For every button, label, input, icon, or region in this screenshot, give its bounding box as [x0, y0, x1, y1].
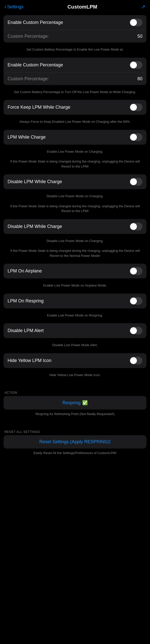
section-disable-lpm-while-charge-2: Disable LPM While Charge [4, 219, 146, 234]
reset-settings-button-label: Reset Settings (Apply RESPRING)! [39, 439, 111, 445]
label-lpm-on-respring: LPM On Respring [8, 298, 130, 304]
label-enable-custom-percentage-charging: Enable Custom Percentage [8, 62, 130, 68]
toggle-enable-custom-percentage-charging[interactable] [130, 61, 142, 69]
toggle-knob [130, 223, 137, 230]
toggle-knob [130, 104, 137, 111]
value-custom-percentage-charging: 80 [137, 76, 142, 82]
row-hide-yellow-lpm-icon: Hide Yellow LPM Icon [4, 353, 146, 368]
row-lpm-on-airplane: LPM On Airplane [4, 264, 146, 278]
row-custom-percentage-on: Custom Percentage: 50 [4, 30, 146, 43]
chevron-left-icon: ‹ [5, 4, 6, 10]
desc-enable-custom-percentage-charging: Set Custom Battery Percentage to Turn Of… [0, 88, 150, 98]
section-disable-lpm-while-charge-1: Disable LPM While Charge [4, 174, 146, 189]
desc-reset: Easily Reset All the Settings/Preference… [0, 449, 150, 459]
respring-button[interactable]: Respring ✅ [4, 396, 146, 410]
toggle-knob [130, 62, 137, 68]
label-disable-lpm-while-charge-1: Disable LPM While Charge [8, 179, 130, 184]
desc-lpm-on-respring: Enable Low Power Mode on Respring. [0, 311, 150, 321]
row-lpm-on-respring: LPM On Respring [4, 294, 146, 308]
label-lpm-on-airplane: LPM On Airplane [8, 268, 130, 274]
toggle-knob [130, 327, 137, 334]
section-lpm-on-respring: LPM On Respring [4, 294, 146, 308]
section-disable-lpm-alert: Disable LPM Alert [4, 323, 146, 338]
toggle-knob [130, 357, 137, 364]
section-enable-custom-percentage-charging: Enable Custom Percentage Custom Percenta… [4, 58, 146, 85]
toggle-lpm-on-respring[interactable] [130, 297, 142, 305]
row-custom-percentage-charging: Custom Percentage: 80 [4, 73, 146, 85]
desc-force-keep-lpm: Always Force to Keep Enabled Low Power M… [0, 117, 150, 127]
desc-disable-lpm-alert: Disable Low Power Mode Alert. [0, 341, 150, 351]
reset-section-label: RESET ALL SETTINGS [0, 426, 150, 435]
toggle-knob [130, 298, 137, 304]
header: ‹ Settings CustomLPM ↗ [0, 0, 150, 13]
desc-disable-lpm-while-charge-1a: Disable Low Power Mode on Charging. [0, 192, 150, 202]
section-force-keep-lpm: Force Keep LPM While Charge [4, 100, 146, 115]
toggle-knob [130, 19, 137, 26]
desc-enable-custom-percentage-on: Set Custom Battery Percentage to Enable … [0, 45, 150, 55]
desc-disable-lpm-while-charge-2b: If the Power Mode State is being changed… [0, 246, 150, 261]
respring-button-emoji: ✅ [82, 400, 88, 406]
row-force-keep-lpm: Force Keep LPM While Charge [4, 100, 146, 115]
toggle-force-keep-lpm[interactable] [130, 103, 142, 111]
respring-button-label: Respring [62, 400, 80, 406]
row-enable-custom-percentage-charging: Enable Custom Percentage [4, 58, 146, 73]
toggle-knob [130, 134, 137, 141]
reset-settings-button[interactable]: Reset Settings (Apply RESPRING)! [4, 435, 146, 449]
label-hide-yellow-lpm-icon: Hide Yellow LPM Icon [8, 358, 130, 363]
page-title: CustomLPM [67, 4, 97, 10]
row-disable-lpm-alert: Disable LPM Alert [4, 323, 146, 338]
label-force-keep-lpm: Force Keep LPM While Charge [8, 105, 130, 110]
label-disable-lpm-while-charge-2: Disable LPM While Charge [8, 224, 130, 229]
desc-respring: Respring for Refreshing Prefs (Not Reall… [0, 410, 150, 420]
label-lpm-while-charge: LPM While Charge [8, 135, 130, 140]
toggle-knob [130, 268, 137, 274]
desc-lpm-while-charge-2: If the Power Mode State is being changed… [0, 157, 150, 172]
desc-disable-lpm-while-charge-1b: If the Power Mode State is being changed… [0, 202, 150, 217]
label-disable-lpm-alert: Disable LPM Alert [8, 328, 130, 333]
share-icon[interactable]: ↗ [141, 4, 145, 10]
section-lpm-while-charge: LPM While Charge [4, 130, 146, 145]
toggle-enable-custom-percentage-on[interactable] [130, 19, 142, 26]
row-disable-lpm-while-charge-1: Disable LPM While Charge [4, 174, 146, 189]
value-custom-percentage-on: 50 [137, 34, 142, 39]
desc-lpm-while-charge-1: Enable Low Power Mode on Charging. [0, 147, 150, 157]
row-disable-lpm-while-charge-2: Disable LPM While Charge [4, 219, 146, 234]
row-lpm-while-charge: LPM While Charge [4, 130, 146, 145]
label-enable-custom-percentage-on: Enable Custom Percentage [8, 20, 130, 25]
section-lpm-on-airplane: LPM On Airplane [4, 264, 146, 278]
toggle-lpm-on-airplane[interactable] [130, 267, 142, 275]
toggle-hide-yellow-lpm-icon[interactable] [130, 357, 142, 365]
desc-disable-lpm-while-charge-2a: Disable Low Power Mode on Charging. [0, 236, 150, 247]
section-hide-yellow-lpm-icon: Hide Yellow LPM Icon [4, 353, 146, 368]
label-custom-percentage-charging: Custom Percentage: [8, 76, 49, 82]
toggle-lpm-while-charge[interactable] [130, 133, 142, 141]
toggle-disable-lpm-while-charge-1[interactable] [130, 178, 142, 186]
row-enable-custom-percentage-on: Enable Custom Percentage [4, 15, 146, 30]
back-button[interactable]: ‹ Settings [5, 4, 23, 10]
toggle-disable-lpm-while-charge-2[interactable] [130, 223, 142, 230]
desc-hide-yellow-lpm-icon: Hide Yellow Low Power Mode Icon. [0, 371, 150, 381]
label-custom-percentage-on: Custom Percentage: [8, 34, 49, 39]
action-section-label: ACTION [0, 386, 150, 396]
section-enable-custom-percentage-on: Enable Custom Percentage Custom Percenta… [4, 15, 146, 43]
back-label: Settings [7, 4, 23, 10]
toggle-disable-lpm-alert[interactable] [130, 327, 142, 335]
toggle-knob [130, 178, 137, 185]
desc-lpm-on-airplane: Enable Low Power Mode on Airplane Mode. [0, 281, 150, 291]
